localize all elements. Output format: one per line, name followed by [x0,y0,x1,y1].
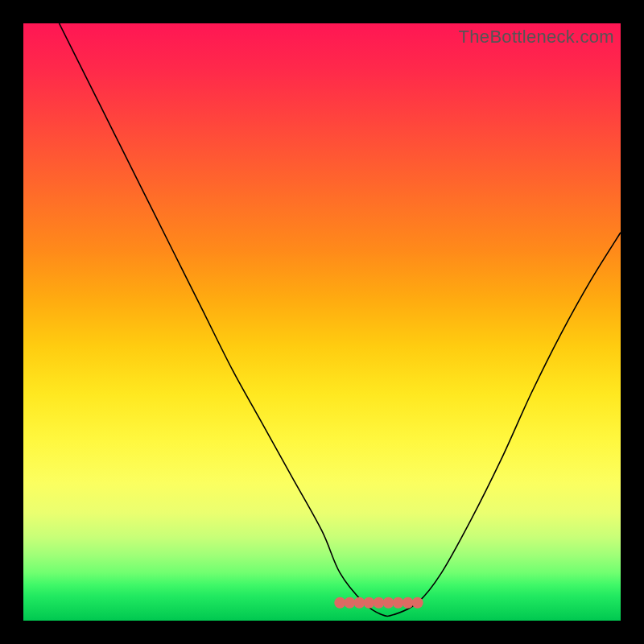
chart-overlay [23,23,621,621]
svg-point-5 [383,597,394,609]
bottleneck-curve [60,23,621,616]
optimal-band-markers [334,597,423,609]
svg-point-6 [393,597,404,609]
svg-point-0 [334,597,345,609]
svg-point-2 [353,597,365,609]
svg-point-3 [363,597,374,609]
svg-point-4 [374,597,385,609]
svg-point-7 [402,597,414,609]
svg-point-1 [344,597,355,609]
svg-point-8 [412,597,423,609]
chart-frame: TheBottleneck.com [0,0,644,644]
chart-plot-area: TheBottleneck.com [23,23,621,621]
